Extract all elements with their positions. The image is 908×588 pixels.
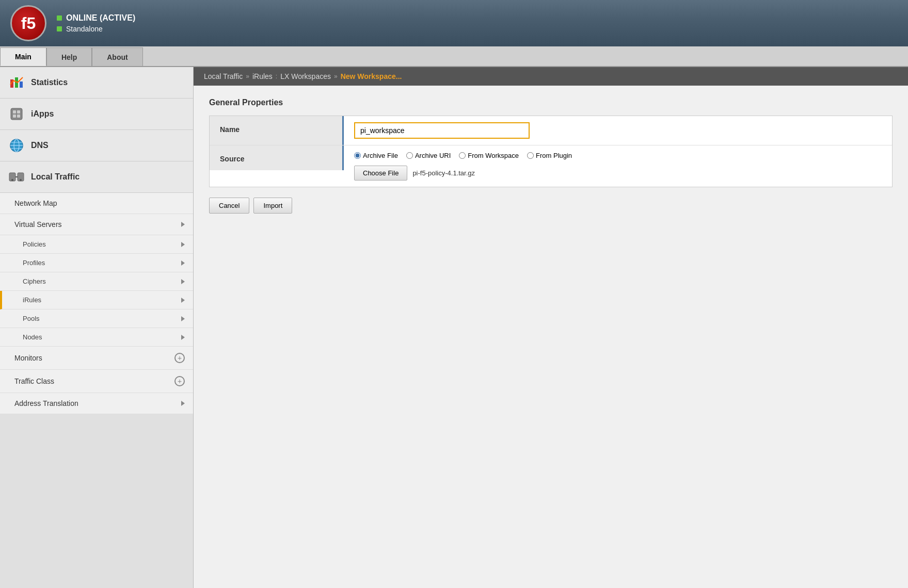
sidebar-item-network-map[interactable]: Network Map (0, 193, 193, 214)
monitors-plus-icon: + (174, 353, 185, 363)
breadcrumb-lx-workspaces[interactable]: LX Workspaces (280, 72, 331, 80)
svg-rect-5 (17, 110, 20, 113)
sidebar-item-statistics[interactable]: Statistics (0, 67, 193, 99)
source-label: Source (210, 145, 344, 170)
status-online-row: ONLINE (ACTIVE) (57, 13, 135, 23)
profiles-chevron-icon (181, 260, 185, 266)
content-body: General Properties Name Source (194, 86, 908, 226)
sidebar-item-irules[interactable]: iRules (0, 291, 193, 309)
tab-about[interactable]: About (92, 47, 142, 66)
sidebar-item-iapps[interactable]: iApps (0, 99, 193, 130)
sidebar-item-virtual-servers-label: Virtual Servers (14, 220, 62, 228)
radio-from-workspace[interactable]: From Workspace (459, 152, 519, 159)
import-button[interactable]: Import (253, 198, 292, 214)
sidebar: Statistics iApps (0, 67, 194, 588)
form-row-source: Source Archive File Archive URI (210, 145, 892, 187)
sidebar-item-traffic-class-label: Traffic Class (14, 377, 54, 385)
sidebar-item-policies-label: Policies (23, 240, 46, 248)
breadcrumb-sep3: » (334, 73, 338, 80)
breadcrumb-sep2: : (276, 73, 277, 80)
status-standalone-label: Standalone (66, 25, 103, 33)
nav-tabs: Main Help About (0, 46, 908, 67)
breadcrumb-local-traffic[interactable]: Local Traffic (204, 72, 243, 80)
svg-rect-3 (11, 108, 22, 120)
radio-from-plugin[interactable]: From Plugin (527, 152, 572, 159)
breadcrumb-sep1: » (246, 73, 249, 80)
sidebar-item-nodes-label: Nodes (23, 333, 42, 341)
sidebar-item-policies[interactable]: Policies (0, 235, 193, 254)
radio-from-workspace-input[interactable] (459, 152, 466, 159)
file-row: Choose File pi-f5-policy-4.1.tar.gz (354, 166, 475, 181)
tab-help[interactable]: Help (46, 47, 92, 66)
sidebar-item-statistics-label: Statistics (31, 78, 68, 87)
main-layout: Statistics iApps (0, 67, 908, 588)
radio-archive-uri[interactable]: Archive URI (406, 152, 451, 159)
status-standalone-row: Standalone (57, 25, 135, 33)
sidebar-item-nodes[interactable]: Nodes (0, 328, 193, 347)
source-radio-group: Archive File Archive URI From Workspace (354, 152, 572, 159)
nodes-chevron-icon (181, 335, 185, 340)
dns-icon (8, 137, 25, 154)
radio-from-plugin-input[interactable] (527, 152, 534, 159)
ciphers-chevron-icon (181, 279, 185, 284)
f5-logo: f5 (10, 5, 46, 41)
radio-archive-file-input[interactable] (354, 152, 361, 159)
radio-from-workspace-label: From Workspace (468, 152, 519, 159)
sidebar-item-ciphers-label: Ciphers (23, 277, 46, 285)
pools-chevron-icon (181, 316, 185, 321)
svg-rect-6 (13, 115, 16, 118)
sidebar-item-iapps-label: iApps (31, 109, 54, 119)
radio-from-plugin-label: From Plugin (536, 152, 572, 159)
status-online-label: ONLINE (ACTIVE) (66, 13, 135, 23)
local-traffic-icon (8, 169, 25, 185)
iapps-icon (8, 106, 25, 122)
statistics-icon (8, 74, 25, 91)
policies-chevron-icon (181, 242, 185, 247)
radio-archive-uri-label: Archive URI (415, 152, 451, 159)
content-area: Local Traffic » iRules : LX Workspaces »… (194, 67, 908, 588)
form-row-name: Name (210, 116, 892, 145)
sidebar-item-address-translation[interactable]: Address Translation (0, 393, 193, 414)
sidebar-item-monitors[interactable]: Monitors + (0, 347, 193, 370)
virtual-servers-chevron-icon (181, 222, 185, 227)
sidebar-item-pools-label: Pools (23, 315, 40, 322)
header: f5 ONLINE (ACTIVE) Standalone (0, 0, 908, 46)
name-value-cell (344, 116, 892, 145)
svg-point-17 (20, 179, 22, 181)
section-title: General Properties (209, 98, 893, 107)
breadcrumb-irules[interactable]: iRules (252, 72, 273, 80)
tab-main[interactable]: Main (0, 47, 46, 66)
svg-rect-2 (20, 81, 23, 88)
sidebar-item-ciphers[interactable]: Ciphers (0, 272, 193, 291)
sidebar-sub-menu: Network Map Virtual Servers Policies Pro… (0, 193, 193, 414)
sidebar-item-traffic-class[interactable]: Traffic Class + (0, 370, 193, 393)
radio-archive-file-label: Archive File (363, 152, 398, 159)
sidebar-item-dns-label: DNS (31, 141, 49, 150)
name-input[interactable] (354, 122, 530, 139)
svg-point-16 (11, 179, 13, 181)
radio-archive-uri-input[interactable] (406, 152, 413, 159)
irules-chevron-icon (181, 298, 185, 303)
form-actions: Cancel Import (209, 198, 893, 214)
header-status: ONLINE (ACTIVE) Standalone (57, 13, 135, 33)
sidebar-item-virtual-servers[interactable]: Virtual Servers (0, 214, 193, 235)
sidebar-item-profiles[interactable]: Profiles (0, 254, 193, 272)
sidebar-item-pools[interactable]: Pools (0, 309, 193, 328)
radio-archive-file[interactable]: Archive File (354, 152, 398, 159)
status-dot2-icon (57, 26, 62, 31)
breadcrumb-new-workspace: New Workspace... (341, 72, 402, 80)
cancel-button[interactable]: Cancel (209, 198, 249, 214)
source-value-cell: Archive File Archive URI From Workspace (344, 145, 892, 187)
choose-file-button[interactable]: Choose File (354, 166, 407, 181)
sidebar-item-dns[interactable]: DNS (0, 130, 193, 161)
sidebar-item-network-map-label: Network Map (14, 199, 57, 207)
svg-rect-4 (13, 110, 16, 113)
name-label: Name (210, 116, 344, 145)
svg-rect-7 (17, 115, 20, 118)
sidebar-item-local-traffic[interactable]: Local Traffic (0, 161, 193, 193)
form-table: Name Source Archive File (209, 116, 893, 187)
file-name-display: pi-f5-policy-4.1.tar.gz (412, 169, 475, 177)
sidebar-item-address-translation-label: Address Translation (14, 399, 78, 407)
traffic-class-plus-icon: + (174, 376, 185, 386)
breadcrumb: Local Traffic » iRules : LX Workspaces »… (194, 67, 908, 86)
